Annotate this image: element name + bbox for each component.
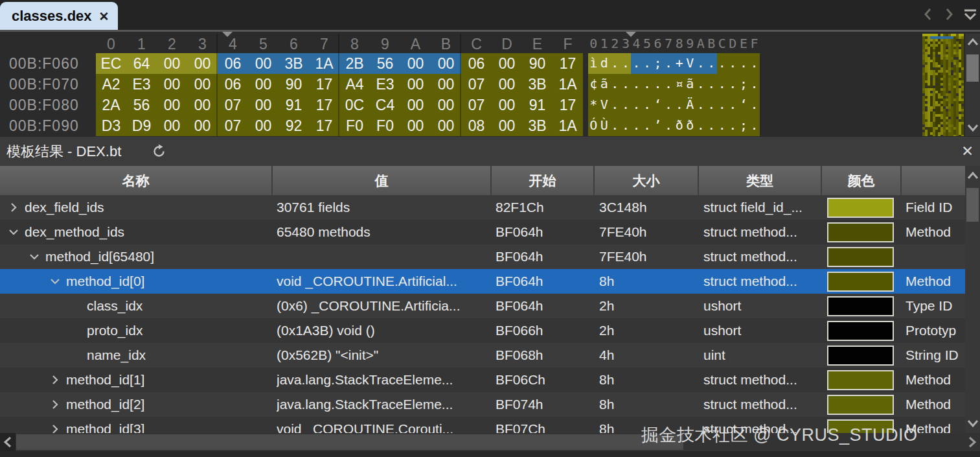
ascii-char-cell[interactable]: + bbox=[674, 53, 685, 74]
hex-scrollbar-thumb[interactable] bbox=[966, 54, 979, 82]
hex-byte-cell[interactable]: 56 bbox=[126, 95, 157, 115]
hex-byte-cell[interactable]: C4 bbox=[370, 95, 400, 115]
hex-byte-cell[interactable]: 00 bbox=[157, 95, 187, 115]
hex-byte-cell[interactable]: E3 bbox=[370, 74, 400, 95]
ascii-char-cell[interactable]: . bbox=[631, 115, 642, 136]
template-vertical-scrollbar[interactable] bbox=[965, 166, 980, 433]
column-header-value[interactable]: 值 bbox=[271, 166, 490, 195]
hex-byte-cell[interactable]: 00 bbox=[431, 74, 461, 95]
hex-byte-cell[interactable]: A4 bbox=[339, 74, 370, 95]
hex-byte-cell[interactable]: 07 bbox=[218, 115, 248, 136]
ascii-char-cell[interactable]: ¢ bbox=[588, 74, 599, 95]
ascii-char-cell[interactable]: ’ bbox=[652, 115, 663, 136]
ascii-char-cell[interactable]: . bbox=[727, 53, 738, 74]
ascii-char-cell[interactable]: ã bbox=[599, 74, 610, 95]
hex-byte-cell[interactable]: 07 bbox=[218, 95, 248, 115]
ascii-char-cell[interactable]: . bbox=[642, 74, 653, 95]
column-header-size[interactable]: 大小 bbox=[593, 166, 698, 195]
hex-byte-cell[interactable]: 00 bbox=[492, 95, 522, 115]
column-header-type[interactable]: 类型 bbox=[698, 166, 821, 195]
hex-byte-cell[interactable]: 17 bbox=[553, 53, 583, 74]
hex-byte-cell[interactable]: EC bbox=[96, 53, 126, 74]
template-scrollbar-thumb[interactable] bbox=[966, 188, 979, 222]
hex-byte-cell[interactable]: 00 bbox=[248, 115, 279, 136]
hex-byte-cell[interactable]: 00 bbox=[431, 95, 461, 115]
ascii-char-cell[interactable]: . bbox=[727, 115, 738, 136]
chevron-right-icon[interactable] bbox=[8, 202, 19, 213]
hex-byte-cell[interactable]: 00 bbox=[400, 74, 431, 95]
hex-byte-cell[interactable]: 00 bbox=[187, 95, 218, 115]
ascii-char-cell[interactable]: . bbox=[695, 53, 706, 74]
hex-byte-cell[interactable]: A2 bbox=[96, 74, 126, 95]
nav-back-icon[interactable] bbox=[920, 6, 936, 22]
ascii-char-cell[interactable]: . bbox=[706, 115, 717, 136]
ascii-char-cell[interactable]: . bbox=[631, 74, 642, 95]
hex-byte-cell[interactable]: F0 bbox=[339, 115, 370, 136]
ascii-char-cell[interactable]: . bbox=[717, 53, 728, 74]
tab-classes-dex[interactable]: classes.dex ✕ bbox=[0, 2, 118, 30]
ascii-char-cell[interactable]: Ä bbox=[685, 95, 696, 115]
template-row[interactable]: name_idx(0x562B) "<init>"BF068h4huintStr… bbox=[0, 343, 965, 368]
ascii-char-cell[interactable]: * bbox=[588, 95, 599, 115]
ascii-char-cell[interactable]: . bbox=[663, 53, 674, 74]
ascii-char-cell[interactable]: . bbox=[749, 95, 760, 115]
panel-close-icon[interactable]: ✕ bbox=[961, 141, 974, 161]
hex-byte-cell[interactable]: 00 bbox=[187, 53, 218, 74]
chevron-down-icon[interactable] bbox=[8, 226, 19, 238]
hex-byte-cell[interactable]: 17 bbox=[309, 95, 339, 115]
hex-byte-cell[interactable]: 3B bbox=[522, 115, 553, 136]
hex-byte-cell[interactable]: 00 bbox=[248, 53, 279, 74]
ascii-char-cell[interactable]: . bbox=[674, 95, 685, 115]
hex-byte-cell[interactable]: 00 bbox=[187, 74, 218, 95]
template-row[interactable]: dex_method_ids65480 methodsBF064h7FE40hs… bbox=[0, 220, 965, 244]
ascii-char-cell[interactable]: ã bbox=[685, 74, 696, 95]
chevron-right-icon[interactable] bbox=[49, 423, 61, 433]
hex-byte-cell[interactable]: 07 bbox=[461, 95, 492, 115]
ascii-char-cell[interactable]: . bbox=[663, 74, 674, 95]
chevron-down-icon[interactable] bbox=[28, 251, 40, 263]
ascii-char-cell[interactable]: . bbox=[695, 115, 706, 136]
ascii-char-cell[interactable]: . bbox=[621, 74, 632, 95]
chevron-right-icon[interactable] bbox=[49, 374, 61, 386]
color-swatch[interactable] bbox=[827, 247, 894, 267]
template-row[interactable]: proto_idx(0x1A3B) void ()BF066h2hushortP… bbox=[0, 318, 965, 343]
hex-byte-cell[interactable]: 64 bbox=[126, 53, 157, 74]
nav-forward-icon[interactable] bbox=[941, 6, 957, 22]
scroll-right-icon[interactable] bbox=[964, 433, 980, 451]
ascii-char-cell[interactable]: . bbox=[642, 115, 653, 136]
ascii-char-cell[interactable]: . bbox=[663, 115, 674, 136]
hex-byte-cell[interactable]: D3 bbox=[96, 115, 126, 136]
template-row[interactable]: method_id[65480]BF064h7FE40hstruct metho… bbox=[0, 244, 965, 269]
ascii-char-cell[interactable]: V bbox=[685, 53, 696, 74]
color-swatch[interactable] bbox=[827, 296, 894, 316]
hex-byte-cell[interactable]: 91 bbox=[522, 95, 553, 115]
ascii-char-cell[interactable]: ; bbox=[738, 115, 749, 136]
ascii-char-cell[interactable]: . bbox=[610, 74, 621, 95]
scroll-down-icon[interactable] bbox=[965, 119, 980, 136]
ascii-char-cell[interactable]: ì bbox=[588, 53, 599, 74]
refresh-template-icon[interactable] bbox=[152, 144, 166, 159]
ascii-char-cell[interactable]: ¤ bbox=[674, 74, 685, 95]
horizontal-scrollbar-thumb[interactable] bbox=[16, 434, 683, 450]
color-swatch[interactable] bbox=[827, 395, 894, 415]
hex-byte-cell[interactable]: 00 bbox=[400, 53, 431, 74]
hex-byte-cell[interactable]: 3B bbox=[522, 74, 553, 95]
ascii-char-cell[interactable]: . bbox=[727, 95, 738, 115]
hex-byte-cell[interactable]: 2A bbox=[96, 95, 126, 115]
color-swatch[interactable] bbox=[827, 346, 894, 366]
hex-byte-cell[interactable]: 3B bbox=[279, 53, 309, 74]
ascii-char-cell[interactable]: . bbox=[738, 53, 749, 74]
template-row[interactable]: dex_field_ids30761 fields82F1Ch3C148hstr… bbox=[0, 195, 965, 220]
hex-byte-cell[interactable]: 00 bbox=[157, 115, 187, 136]
ascii-char-cell[interactable]: d bbox=[599, 53, 610, 74]
file-overview-minimap[interactable] bbox=[922, 34, 964, 136]
ascii-char-cell[interactable]: ; bbox=[738, 74, 749, 95]
color-swatch[interactable] bbox=[827, 222, 894, 242]
hex-byte-cell[interactable]: 00 bbox=[157, 74, 187, 95]
hex-byte-cell[interactable]: 06 bbox=[218, 74, 248, 95]
color-swatch[interactable] bbox=[827, 370, 894, 390]
ascii-char-cell[interactable]: . bbox=[610, 53, 621, 74]
hex-byte-cell[interactable]: 00 bbox=[492, 53, 522, 74]
hex-byte-cell[interactable]: 2B bbox=[339, 53, 370, 74]
hex-byte-cell[interactable]: 00 bbox=[492, 74, 522, 95]
